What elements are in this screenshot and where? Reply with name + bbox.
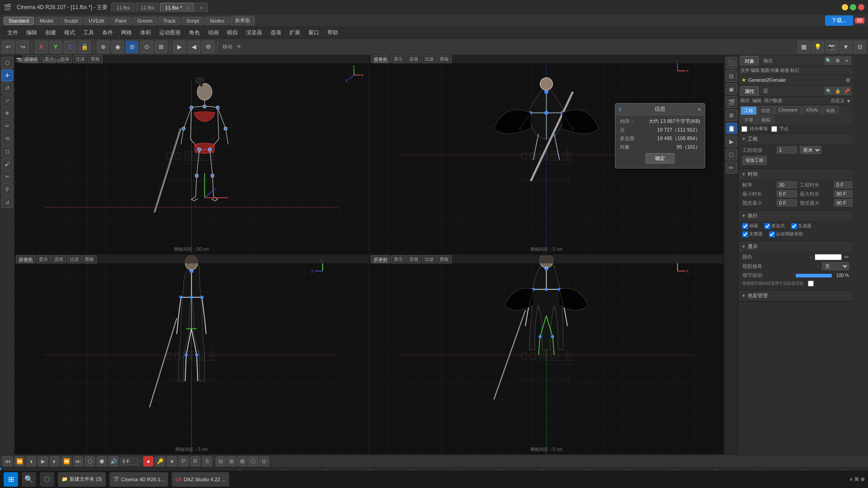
filter-btn[interactable]: ▼: [840, 41, 852, 53]
rp-icon-material[interactable]: ◉: [726, 83, 737, 95]
obj-expand-icon[interactable]: ⊞: [846, 77, 850, 83]
menu-options[interactable]: 选项: [267, 28, 285, 38]
light-btn[interactable]: 💡: [811, 41, 824, 53]
obj-file-btn[interactable]: 文件: [741, 67, 750, 74]
project-exp-header[interactable]: ▼ 工程: [739, 134, 853, 144]
rp-icon-object[interactable]: ⬛: [726, 57, 737, 69]
obj-edit-btn[interactable]: 编辑: [750, 67, 760, 74]
menu-simulate[interactable]: 模拟: [223, 28, 241, 38]
mode-btn[interactable]: 模式: [741, 98, 750, 104]
prop-layer-tab[interactable]: 层: [760, 86, 772, 96]
maximize-btn[interactable]: [850, 4, 856, 10]
scale-unit-select[interactable]: 厘米 毫米 米: [800, 146, 821, 154]
tl-btn-e3[interactable]: ⊠: [237, 456, 247, 466]
proj-tab-bullet[interactable]: 子弹: [741, 116, 757, 124]
win-start-btn[interactable]: ⊞: [4, 472, 18, 487]
vp-disp4[interactable]: 显示: [391, 255, 406, 263]
prop-lock-icon[interactable]: 🔒: [834, 87, 842, 95]
tl-next-key[interactable]: ⏩: [61, 456, 71, 466]
deformer-checkbox[interactable]: [742, 231, 748, 237]
menu-mograph[interactable]: 运动图形: [156, 28, 184, 38]
color-bar[interactable]: [815, 254, 842, 260]
pmin-input[interactable]: [777, 199, 797, 206]
obj-search-btn[interactable]: 🔍: [825, 56, 833, 65]
redo-btn[interactable]: ↪: [16, 41, 29, 53]
deformer-checkbox-label[interactable]: 支撑器: [742, 231, 763, 237]
lt-mirror[interactable]: ⊿: [1, 196, 13, 208]
snap-btn[interactable]: ⊕: [97, 41, 109, 53]
fps-input[interactable]: [777, 181, 797, 188]
obj-obj-btn[interactable]: 对象: [770, 67, 779, 74]
proj-tab-info[interactable]: 信息: [758, 106, 774, 115]
menu-help[interactable]: 帮助: [324, 28, 342, 38]
rp-tab-objects[interactable]: 对象: [741, 56, 759, 66]
taskbar-daz[interactable]: D5 DAZ Studio 4.22 ...: [172, 472, 229, 487]
prop-attr-tab[interactable]: 属性: [741, 86, 759, 96]
tab-3[interactable]: 11.fbx * ×: [160, 3, 194, 12]
rp-icon-anim[interactable]: ▶: [726, 136, 737, 147]
tl-frame-input[interactable]: [120, 458, 138, 465]
menu-selection[interactable]: 条件: [99, 28, 117, 38]
rp-tab-scenes[interactable]: 场次: [760, 56, 777, 66]
scale-input[interactable]: [777, 146, 797, 154]
node-checkbox[interactable]: [771, 126, 777, 132]
axis-y[interactable]: Y: [49, 41, 62, 53]
view-btn[interactable]: ◉: [111, 41, 124, 53]
vp-disp2[interactable]: 显示: [391, 55, 406, 63]
prop-dropdown[interactable]: ▼: [846, 99, 851, 103]
taskbar-folder[interactable]: 📁 新建文件夹 (3): [58, 472, 106, 487]
tl-key-all[interactable]: ★: [167, 456, 177, 466]
prop-pin-icon[interactable]: 📌: [843, 87, 851, 95]
vp-pnl3[interactable]: 图板: [82, 255, 97, 263]
menu-mesh[interactable]: 网格: [118, 28, 136, 38]
vp-pnl4[interactable]: 图板: [437, 255, 452, 263]
vp-pnl2[interactable]: 图板: [437, 55, 452, 63]
scale-project-btn[interactable]: 缩放工程: [742, 156, 767, 165]
rp-icon-layer[interactable]: ⊟: [726, 70, 737, 82]
tl-key-pos[interactable]: P: [179, 456, 189, 466]
tl-sound[interactable]: 🔊: [108, 456, 118, 466]
rp-icon-properties[interactable]: 📋: [726, 122, 737, 134]
obj-tag-btn[interactable]: 标签: [780, 67, 789, 74]
vp-move2[interactable]: 过滤: [422, 55, 436, 63]
lt-paint[interactable]: 🖌: [1, 158, 13, 170]
node-checkbox-label[interactable]: 节点: [771, 126, 788, 132]
axis-x[interactable]: X: [35, 41, 47, 53]
tl-btn-e1[interactable]: ⊟: [216, 456, 226, 466]
menu-render[interactable]: 渲染器: [242, 28, 266, 38]
vp-flt4[interactable]: 过滤: [422, 255, 436, 263]
mode-script[interactable]: Script: [181, 17, 204, 25]
expr-checkbox-label[interactable]: 表达式: [764, 223, 785, 229]
edit-btn[interactable]: 编辑: [752, 98, 761, 104]
render-settings-btn[interactable]: ⚙: [202, 41, 215, 53]
lock-btn[interactable]: 🔒: [78, 41, 91, 53]
menu-window[interactable]: 窗口: [305, 28, 323, 38]
obj-view-btn[interactable]: 视图: [760, 67, 769, 74]
proj-tab-xrefs[interactable]: XRefs: [802, 106, 821, 115]
menu-extensions[interactable]: 扩展: [286, 28, 304, 38]
lt-camera[interactable]: 👁: [1, 108, 13, 119]
rp-icon-sketch[interactable]: ✏: [726, 162, 737, 174]
viewport-perspective[interactable]: 透视视图 默认摄像机 📷 摄像机 显示 选项 过滤 图板: [14, 55, 368, 254]
lt-knifecut[interactable]: ✂: [1, 171, 13, 183]
mode-sculpt[interactable]: Sculpt: [59, 17, 83, 25]
lt-poly[interactable]: ◻: [1, 145, 13, 157]
tab-1[interactable]: 11.fbx: [111, 3, 135, 12]
motiondriver-checkbox-label[interactable]: 运动驾驶系统: [769, 231, 803, 237]
dialog-close-btn[interactable]: ×: [698, 106, 701, 113]
taskbar-search[interactable]: 🔍: [22, 472, 36, 487]
proj-tab-cineware[interactable]: Cineware: [775, 106, 801, 115]
obj-close-btn[interactable]: ×: [843, 56, 851, 65]
obj-settings-btn[interactable]: ⚙: [834, 56, 842, 65]
vp-flt3[interactable]: 过滤: [67, 255, 81, 263]
vp-filter-menu[interactable]: 过滤: [73, 55, 87, 63]
rp-icon-scene[interactable]: 🎬: [726, 96, 737, 108]
menu-volume[interactable]: 体积: [137, 28, 155, 38]
timing-exp-header[interactable]: ▼ 时间: [739, 169, 853, 179]
tl-key-scale[interactable]: S: [202, 456, 212, 466]
userdata-btn[interactable]: 用户数据: [764, 98, 782, 104]
proj-tab-project[interactable]: 工程: [741, 106, 757, 115]
tl-btn-e5[interactable]: ⊙: [259, 456, 269, 466]
tl-prev[interactable]: ⏴: [26, 456, 36, 466]
panel-btn[interactable]: ⊟: [854, 41, 866, 53]
